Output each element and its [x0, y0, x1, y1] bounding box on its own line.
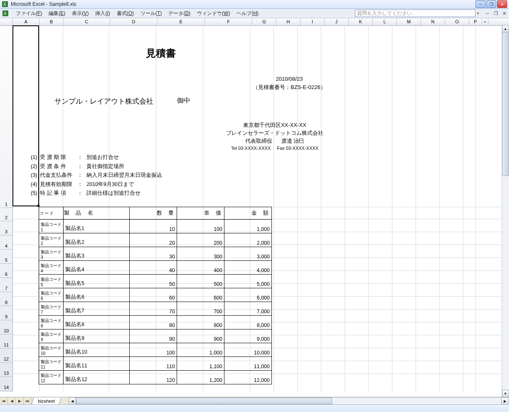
col-header-f[interactable]: F: [205, 18, 252, 25]
row-headers: 1234567891011121314: [0, 26, 13, 392]
col-header-b[interactable]: B: [39, 18, 64, 25]
doc-close-button[interactable]: ✕: [501, 11, 507, 16]
menu-file[interactable]: ファイル(F): [12, 9, 45, 18]
cell-code: 製品コード2: [39, 233, 64, 247]
col-header-e[interactable]: E: [158, 18, 205, 25]
cell-qty: 50: [130, 275, 177, 288]
row-header-9[interactable]: 9: [0, 306, 12, 320]
terms-table: (1)受 渡 期 限：別途お打合せ(2)受 渡 条 件：貴社御指定場所(3)代金…: [30, 153, 163, 198]
col-header-h[interactable]: H: [276, 18, 300, 25]
table-row: 製品コード9製品名9909009,000: [39, 329, 272, 343]
row-header-8[interactable]: 8: [0, 292, 12, 306]
maximize-button[interactable]: ❐: [486, 0, 496, 8]
askbox-dropdown-icon[interactable]: ▼: [476, 12, 480, 15]
col-header-a[interactable]: A: [13, 18, 39, 25]
row-header-11[interactable]: 11: [0, 334, 12, 349]
table-row: 製品コード1製品名1101001,000: [39, 220, 272, 233]
select-all-corner[interactable]: [0, 18, 13, 25]
row-header-2[interactable]: 2: [0, 208, 12, 221]
col-header-n[interactable]: N: [421, 18, 445, 25]
row-header-4[interactable]: 4: [0, 235, 12, 250]
table-row: 製品コード4製品名4404004,000: [39, 261, 272, 275]
term-no: (5): [30, 189, 39, 198]
vertical-scrollbar[interactable]: ▲ ▼: [502, 25, 509, 397]
cell-price: 200: [177, 233, 224, 247]
minimize-button[interactable]: ─: [475, 0, 485, 8]
th-amount: 金 額: [224, 207, 272, 220]
doc-minimize-button[interactable]: ─: [485, 11, 490, 16]
column-headers: ABCDEFGHIJKLMNOP▼: [0, 18, 509, 26]
hscroll-track[interactable]: [76, 397, 501, 405]
table-row: 製品コード10製品名101001,00010,000: [39, 343, 272, 357]
vendor-tel: Tel 03-XXXX-XXXX: [231, 146, 271, 151]
col-header-c[interactable]: C: [64, 18, 110, 25]
menu-help[interactable]: ヘルプ(H): [233, 9, 262, 18]
row-header-1[interactable]: 1: [0, 26, 12, 208]
scroll-up-button[interactable]: ▲: [502, 25, 509, 32]
vscroll-thumb[interactable]: [502, 32, 509, 176]
cell-amount: 4,000: [224, 261, 272, 275]
close-button[interactable]: ✕: [497, 0, 507, 8]
menu-data[interactable]: データ(D): [165, 9, 194, 18]
cell-code: 製品コード8: [39, 316, 64, 329]
menu-edit[interactable]: 編集(E): [45, 9, 69, 18]
menu-format[interactable]: 書式(O): [113, 9, 137, 18]
client-name: サンプル・レイアウト株式会社: [54, 97, 153, 106]
doc-restore-button[interactable]: ❐: [493, 11, 499, 16]
col-header-l[interactable]: L: [373, 18, 397, 25]
cell-qty: 20: [130, 233, 177, 247]
cell-qty: 120: [130, 371, 177, 384]
row-header-12[interactable]: 12: [0, 349, 12, 363]
cell-qty: 90: [130, 329, 177, 343]
ask-question-box[interactable]: 質問を入力してください: [355, 10, 475, 17]
quote-number: （見積書番号：BZS-E-0226）: [246, 83, 333, 92]
col-header-p[interactable]: P: [469, 18, 482, 25]
vendor-name: ブレインセラーズ・ドットコム株式会社: [212, 129, 337, 137]
row-header-6[interactable]: 6: [0, 264, 12, 278]
vendor-block: 東京都千代田区XX-XX-XX ブレインセラーズ・ドットコム株式会社 代表取締役…: [212, 121, 337, 151]
term-label: 代金支払条件: [39, 171, 74, 180]
grid-cells[interactable]: 見積書 2010/08/23 （見積書番号：BZS-E-0226） サンプル・レ…: [13, 26, 509, 392]
vendor-address: 東京都千代田区XX-XX-XX: [212, 121, 337, 129]
col-header-overflow-icon[interactable]: ▼: [482, 18, 488, 25]
app-icon[interactable]: X: [2, 10, 9, 17]
cell-price: 900: [177, 329, 224, 343]
menu-window[interactable]: ウィンドウ(W): [194, 9, 233, 18]
col-header-m[interactable]: M: [397, 18, 421, 25]
cell-price: 400: [177, 261, 224, 275]
col-header-d[interactable]: D: [110, 18, 158, 25]
scroll-down-button[interactable]: ▼: [502, 390, 509, 397]
tab-nav-last[interactable]: ⏭: [24, 398, 32, 404]
col-header-i[interactable]: I: [300, 18, 325, 25]
menu-view[interactable]: 表示(V): [69, 9, 92, 18]
cell-amount: 6,000: [224, 288, 272, 302]
menu-insert[interactable]: 挿入(I): [92, 9, 113, 18]
hscroll-thumb[interactable]: [76, 398, 332, 404]
row-header-3[interactable]: 3: [0, 221, 12, 235]
tab-nav-next[interactable]: ▶: [16, 398, 24, 404]
cell-code: 製品コード11: [39, 357, 64, 371]
hscroll-left-button[interactable]: ◀: [69, 397, 76, 405]
menu-tools[interactable]: ツール(T): [137, 9, 165, 18]
tab-nav-first[interactable]: ⏮: [0, 398, 8, 404]
tab-nav-prev[interactable]: ◀: [8, 398, 16, 404]
row-header-10[interactable]: 10: [0, 320, 12, 334]
sheet-tab-active[interactable]: bizsheet: [32, 398, 62, 405]
cell-price: 1,100: [177, 357, 224, 371]
col-header-k[interactable]: K: [349, 18, 373, 25]
cell-code: 製品コード12: [39, 371, 64, 384]
col-header-g[interactable]: G: [252, 18, 276, 25]
term-sep: ：: [75, 171, 85, 180]
cell-name: 製品名2: [64, 233, 130, 247]
row-header-14[interactable]: 14: [0, 377, 12, 391]
hscroll-right-button[interactable]: ▶: [501, 397, 509, 405]
cell-amount: 1,000: [224, 220, 272, 233]
row-header-5[interactable]: 5: [0, 250, 12, 264]
row-header-7[interactable]: 7: [0, 278, 12, 292]
menubar: X ファイル(F) 編集(E) 表示(V) 挿入(I) 書式(O) ツール(T)…: [0, 9, 509, 18]
cell-name: 製品名5: [64, 275, 130, 288]
col-header-o[interactable]: O: [445, 18, 469, 25]
row-header-13[interactable]: 13: [0, 363, 12, 377]
cell-price: 1,200: [177, 371, 224, 384]
col-header-j[interactable]: J: [325, 18, 349, 25]
